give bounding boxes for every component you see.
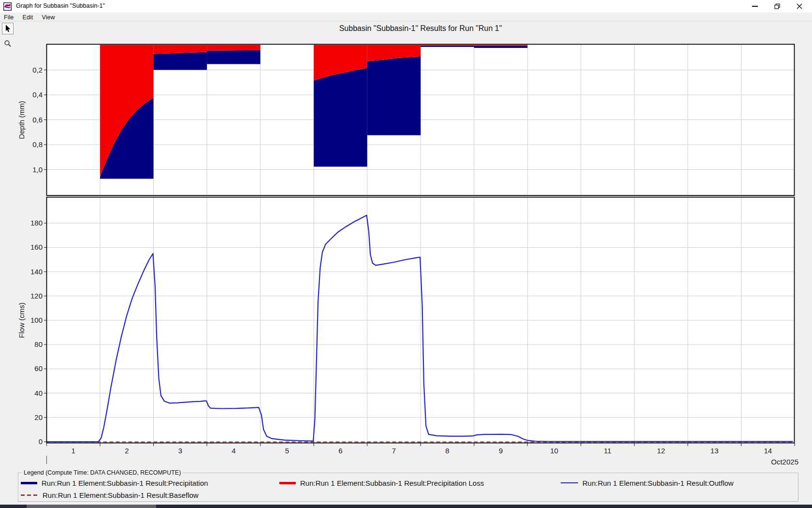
- arrow-cursor-icon: [4, 25, 12, 32]
- tick-label: 14: [764, 447, 772, 455]
- tick-label: 0: [20, 437, 43, 446]
- app-icon: [3, 2, 12, 11]
- legend-label: Run:Run 1 Element:Subbasin-1 Result:Outf…: [582, 479, 734, 487]
- menu-file[interactable]: File: [1, 14, 16, 21]
- magnifier-icon: [4, 40, 12, 47]
- flow-chart[interactable]: [44, 196, 798, 448]
- tick-label: 1: [72, 447, 75, 455]
- restore-button[interactable]: [768, 0, 786, 13]
- x-axis-month-label: Oct2025: [754, 458, 798, 466]
- menu-edit[interactable]: Edit: [20, 14, 36, 21]
- legend-label: Run:Run 1 Element:Subbasin-1 Result:Prec…: [42, 479, 208, 487]
- restore-icon: [774, 3, 780, 9]
- chart-title: Subbasin "Subbasin-1" Results for Run "R…: [46, 24, 795, 33]
- tick-label: 140: [20, 268, 43, 276]
- tick-label: 1,0: [20, 165, 43, 174]
- legend-swatch-precipitation-loss: [279, 482, 296, 484]
- tick-label: 2: [125, 447, 129, 455]
- tick-label: 7: [392, 447, 396, 455]
- select-tool-button[interactable]: [2, 23, 14, 34]
- tick-label: 13: [710, 447, 719, 455]
- tick-label: 80: [20, 340, 43, 348]
- tick-label: 8: [445, 447, 449, 455]
- legend-label: Run:Run 1 Element:Subbasin-1 Result:Base…: [43, 491, 199, 499]
- legend-entry-precipitation: Run:Run 1 Element:Subbasin-1 Result:Prec…: [21, 479, 208, 487]
- menu-bar: File Edit View: [0, 13, 812, 21]
- tick-label: 40: [20, 389, 43, 397]
- legend-title: Legend (Compute Time: DATA CHANGED, RECO…: [22, 469, 183, 476]
- minimize-button[interactable]: [746, 0, 764, 13]
- app-window: Graph for Subbasin "Subbasin-1" File Edi…: [0, 0, 812, 508]
- tick-label: 60: [20, 365, 43, 373]
- tick-label: 20: [20, 413, 43, 421]
- tick-label: 5: [285, 447, 289, 455]
- precipitation-chart[interactable]: [44, 44, 798, 196]
- tick-label: 4: [232, 447, 235, 455]
- tick-label: 10: [550, 447, 558, 455]
- legend-swatch-precipitation: [21, 482, 37, 484]
- tick-label: 180: [20, 219, 43, 227]
- tick-label: 11: [604, 447, 611, 455]
- tick-label: 3: [178, 447, 182, 455]
- minimize-icon: [752, 6, 758, 7]
- axis-caret-mark: [46, 456, 47, 464]
- tick-label: 12: [657, 447, 665, 455]
- tick-label: 100: [20, 316, 43, 324]
- tool-column: [0, 22, 14, 505]
- taskbar-strip: [0, 505, 812, 508]
- legend-panel: Legend (Compute Time: DATA CHANGED, RECO…: [18, 473, 798, 502]
- legend-label: Run:Run 1 Element:Subbasin-1 Result:Prec…: [300, 479, 484, 487]
- legend-swatch-baseflow: [21, 494, 38, 496]
- tick-label: 6: [338, 447, 342, 455]
- tick-label: 120: [20, 292, 43, 300]
- zoom-tool-button[interactable]: [2, 38, 14, 49]
- tick-label: 0,8: [20, 140, 43, 149]
- window-title: Graph for Subbasin "Subbasin-1": [16, 2, 105, 9]
- tick-label: 0,2: [20, 66, 43, 74]
- tick-label: 160: [20, 243, 43, 252]
- close-icon: [797, 3, 802, 9]
- tick-label: 0,4: [20, 90, 43, 99]
- taskbar-segment: [27, 505, 156, 508]
- tick-label: 9: [499, 447, 503, 455]
- title-bar: Graph for Subbasin "Subbasin-1": [0, 0, 812, 13]
- legend-entry-baseflow: Run:Run 1 Element:Subbasin-1 Result:Base…: [21, 491, 199, 499]
- menu-view[interactable]: View: [39, 14, 58, 21]
- legend-swatch-outflow: [561, 482, 578, 483]
- close-button[interactable]: [791, 0, 808, 13]
- tick-label: 0,6: [20, 116, 43, 124]
- legend-entry-outflow: Run:Run 1 Element:Subbasin-1 Result:Outf…: [561, 479, 734, 487]
- legend-entry-precipitation-loss: Run:Run 1 Element:Subbasin-1 Result:Prec…: [279, 479, 484, 487]
